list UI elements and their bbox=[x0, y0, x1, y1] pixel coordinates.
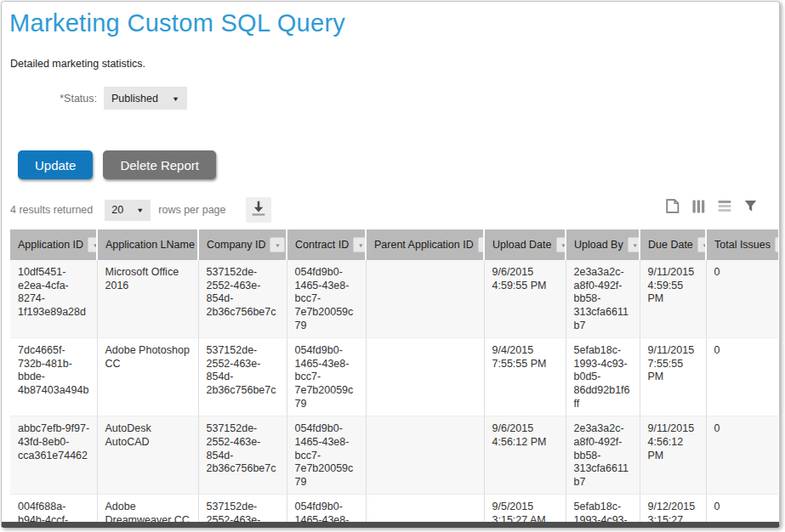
column-label: Contract ID bbox=[295, 239, 349, 251]
cell-application-id: 004f688a-b94b-4ccf-86de-e4b9cbbb9cde bbox=[10, 495, 97, 528]
column-label: Application ID bbox=[18, 239, 83, 251]
column-filter-button[interactable]: ▼ bbox=[270, 237, 285, 252]
cell-application-lname: Adobe Dreamweaver CC bbox=[97, 495, 198, 528]
chevron-down-icon: ▼ bbox=[358, 242, 364, 247]
cell-due-date: 9/11/2015 7:55:55 PM bbox=[640, 338, 706, 416]
cell-due-date: 9/11/2015 4:56:12 PM bbox=[640, 416, 706, 495]
filter-view-button[interactable] bbox=[744, 200, 757, 216]
columns-view-button[interactable] bbox=[692, 200, 705, 217]
cell-contract-id: 054fd9b0-1465-43e8-bcc7-7e7b20059c79 bbox=[287, 260, 366, 338]
cell-upload-date: 9/4/2015 7:55:55 PM bbox=[484, 338, 566, 416]
cell-application-lname: Microsoft Office 2016 bbox=[97, 260, 198, 338]
cell-application-lname: AutoDesk AutoCAD bbox=[97, 416, 198, 495]
download-icon bbox=[249, 199, 268, 221]
action-buttons: Update Delete Report bbox=[18, 150, 779, 179]
column-label: Application LName bbox=[105, 239, 195, 251]
column-header-company-id[interactable]: Company ID▼ bbox=[198, 229, 287, 260]
column-filter-button[interactable]: ▼ bbox=[478, 237, 484, 252]
cell-upload-date: 9/6/2015 4:56:12 PM bbox=[484, 416, 566, 495]
chevron-down-icon: ▼ bbox=[136, 207, 144, 214]
cell-company-id: 537152de-2552-463e-854d-2b36c756be7c bbox=[198, 416, 287, 495]
column-filter-button[interactable]: ▼ bbox=[697, 237, 706, 252]
column-label: Total Issues bbox=[714, 239, 771, 251]
cell-parent-application-id bbox=[366, 495, 484, 528]
chevron-down-icon: ▼ bbox=[632, 242, 638, 247]
cell-application-id: 10df5451-e2ea-4cfa-8274-1f193e89a28d bbox=[10, 260, 97, 338]
column-filter-button[interactable]: ▼ bbox=[353, 237, 366, 252]
cell-parent-application-id bbox=[366, 338, 484, 416]
column-label: Upload By bbox=[574, 239, 623, 251]
cell-application-id: 7dc4665f-732b-481b-bbde-4b87403a494b bbox=[10, 338, 97, 416]
cell-parent-application-id bbox=[366, 416, 484, 495]
status-form-row: *Status: Published ▼ bbox=[10, 87, 779, 110]
download-button[interactable] bbox=[246, 197, 271, 223]
update-button[interactable]: Update bbox=[18, 150, 93, 179]
table-row: 7dc4665f-732b-481b-bbde-4b87403a494b Ado… bbox=[10, 338, 778, 416]
cell-company-id: 537152de-2552-463e-854d-2b36c756be7c bbox=[198, 338, 287, 416]
delete-report-button[interactable]: Delete Report bbox=[103, 150, 216, 179]
column-label: Due Date bbox=[648, 239, 693, 251]
status-dropdown[interactable]: Published ▼ bbox=[104, 87, 187, 110]
cell-contract-id: 054fd9b0-1465-43e8-bcc7-7e7b20059c79 bbox=[287, 495, 366, 528]
chevron-down-icon: ▼ bbox=[275, 242, 281, 247]
chevron-down-icon: ▼ bbox=[172, 94, 179, 102]
page-view-button[interactable] bbox=[665, 199, 680, 217]
table-row: 004f688a-b94b-4ccf-86de-e4b9cbbb9cde Ado… bbox=[10, 495, 778, 528]
list-view-button[interactable] bbox=[718, 200, 731, 216]
table-row: abbc7efb-9f97-43fd-8eb0-cca361e74462 Aut… bbox=[10, 416, 778, 495]
cell-due-date: 9/12/2015 3:15:27 AM bbox=[640, 495, 706, 528]
cell-due-date: 9/11/2015 4:59:55 PM bbox=[640, 260, 706, 338]
cell-upload-by: 5efab18c-1993-4c93-b0d5-86dd92b1f6ff bbox=[566, 495, 640, 528]
column-label: Upload Date bbox=[492, 239, 552, 251]
list-icon bbox=[718, 200, 731, 216]
column-filter-button[interactable]: ▼ bbox=[628, 237, 640, 252]
page-size-dropdown[interactable]: 20 ▼ bbox=[105, 200, 151, 221]
view-icons-group bbox=[665, 199, 757, 217]
column-header-application-id[interactable]: Application ID▼ bbox=[10, 229, 97, 260]
column-label: Company ID bbox=[207, 239, 265, 251]
cell-total-issues: 0 bbox=[706, 495, 778, 528]
column-header-upload-by[interactable]: Upload By▼ bbox=[566, 229, 640, 260]
page-size-value: 20 bbox=[111, 204, 123, 216]
report-card: Marketing Custom SQL Query Detailed mark… bbox=[1, 1, 780, 528]
results-count-text: 4 results returned bbox=[10, 204, 93, 216]
table-row: 10df5451-e2ea-4cfa-8274-1f193e89a28d Mic… bbox=[10, 260, 778, 338]
page-title: Marketing Custom SQL Query bbox=[2, 2, 779, 38]
column-filter-button[interactable]: ▼ bbox=[556, 237, 566, 252]
column-header-due-date[interactable]: Due Date▼ bbox=[640, 229, 706, 260]
cell-contract-id: 054fd9b0-1465-43e8-bcc7-7e7b20059c79 bbox=[287, 416, 366, 495]
cell-total-issues: 0 bbox=[706, 260, 778, 338]
page-icon bbox=[665, 199, 680, 217]
columns-icon bbox=[692, 200, 705, 217]
rows-per-page-label: rows per page bbox=[158, 204, 225, 216]
cell-total-issues: 0 bbox=[706, 338, 778, 416]
report-description: Detailed marketing statistics. bbox=[10, 58, 779, 70]
column-header-contract-id[interactable]: Contract ID▼ bbox=[287, 229, 366, 260]
results-table: Application ID▼ Application LName▼ Compa… bbox=[10, 229, 778, 528]
cell-company-id: 537152de-2552-463e-854d-2b36c756be7c bbox=[198, 260, 287, 338]
cell-company-id: 537152de-2552-463e-854d-2b36c756be7c bbox=[198, 495, 287, 528]
column-filter-button[interactable]: ▼ bbox=[775, 237, 778, 252]
status-label: *Status: bbox=[10, 93, 97, 105]
column-header-parent-application-id[interactable]: Parent Application ID▼ bbox=[366, 229, 484, 260]
column-filter-button[interactable]: ▼ bbox=[88, 237, 97, 252]
cell-application-id: abbc7efb-9f97-43fd-8eb0-cca361e74462 bbox=[10, 416, 97, 495]
cell-contract-id: 054fd9b0-1465-43e8-bcc7-7e7b20059c79 bbox=[287, 338, 366, 416]
column-header-application-lname[interactable]: Application LName▼ bbox=[97, 229, 198, 260]
table-toolbar: 4 results returned 20 ▼ rows per page bbox=[10, 197, 779, 223]
cell-upload-date: 9/6/2015 4:59:55 PM bbox=[484, 260, 566, 338]
column-header-upload-date[interactable]: Upload Date▼ bbox=[484, 229, 566, 260]
column-label: Parent Application ID bbox=[374, 239, 474, 251]
table-header-row: Application ID▼ Application LName▼ Compa… bbox=[10, 229, 778, 260]
cell-application-lname: Adobe Photoshop CC bbox=[97, 338, 198, 416]
cell-parent-application-id bbox=[366, 260, 484, 338]
cell-total-issues: 0 bbox=[706, 416, 778, 495]
cell-upload-by: 2e3a3a2c-a8f0-492f-bb58-313cfa6611b7 bbox=[566, 260, 640, 338]
cell-upload-date: 9/5/2015 3:15:27 AM bbox=[484, 495, 566, 528]
filter-icon bbox=[744, 200, 757, 216]
status-dropdown-value: Published bbox=[111, 93, 158, 105]
cell-upload-by: 2e3a3a2c-a8f0-492f-bb58-313cfa6611b7 bbox=[566, 416, 640, 495]
column-header-total-issues[interactable]: Total Issues▼ bbox=[706, 229, 778, 260]
cell-upload-by: 5efab18c-1993-4c93-b0d5-86dd92b1f6ff bbox=[566, 338, 640, 416]
